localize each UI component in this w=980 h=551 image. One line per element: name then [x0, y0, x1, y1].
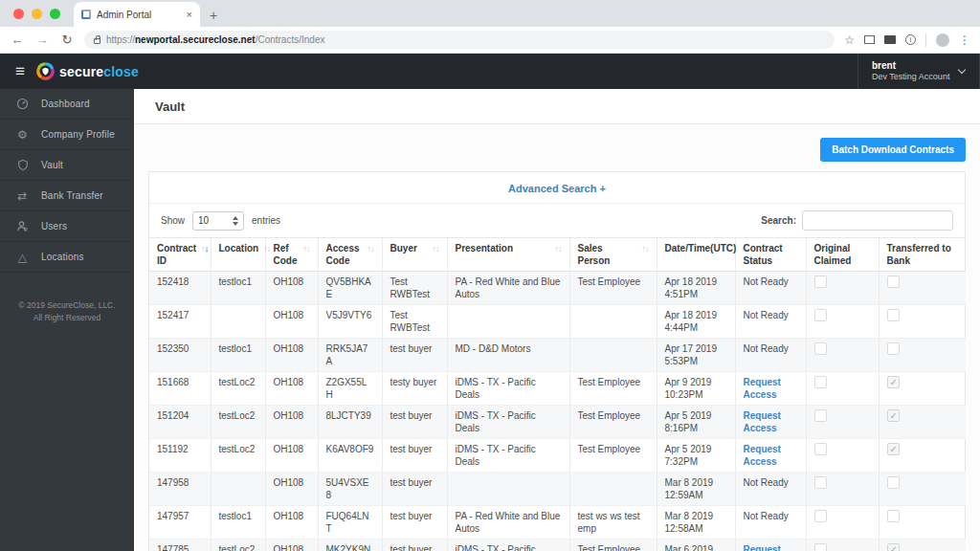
- maximize-window-button[interactable]: [50, 9, 60, 19]
- sidebar-item-locations[interactable]: △ Locations: [0, 242, 134, 273]
- browser-tab[interactable]: Admin Portal ×: [74, 2, 200, 27]
- contract-status[interactable]: Request Access: [744, 410, 781, 433]
- app-header: ≡ secureclose brent Dev Testing Account: [0, 54, 980, 89]
- cell-contract-status: Not Ready: [735, 305, 806, 339]
- table-row: 147957 testloc1 OH108 FUQ64LNT test buye…: [149, 506, 966, 540]
- contract-status[interactable]: Not Ready: [744, 511, 789, 521]
- browser-toolbar: ← → ↻ https://newportal.secureclose.net/…: [0, 27, 980, 54]
- transferred-to-bank-checkbox[interactable]: [887, 543, 900, 551]
- contract-status[interactable]: Not Ready: [744, 477, 789, 488]
- extension-screen-icon[interactable]: [884, 35, 896, 44]
- cell-datetime: Apr 5 2019 7:32PM: [657, 439, 735, 473]
- page-title-bar: Vault: [134, 89, 980, 124]
- browser-menu-icon[interactable]: ⋮: [959, 33, 970, 47]
- contract-status[interactable]: Request Access: [744, 377, 781, 400]
- sidebar-item-vault[interactable]: Vault: [0, 150, 134, 181]
- column-header-buyer[interactable]: Buyer↑↓: [382, 238, 447, 272]
- cell-contract-status: Request Access: [735, 372, 806, 406]
- sidebar-item-company-profile[interactable]: ⚙ Company Profile: [0, 120, 134, 150]
- cell-datetime: Apr 18 2019 4:44PM: [657, 305, 735, 339]
- transferred-to-bank-checkbox[interactable]: [887, 309, 900, 321]
- cell-presentation: PA - Red White and Blue Autos: [447, 272, 569, 305]
- extension-frame-icon[interactable]: [864, 35, 875, 44]
- lock-icon: [94, 38, 100, 44]
- original-claimed-checkbox[interactable]: [814, 342, 827, 355]
- transferred-to-bank-checkbox[interactable]: [887, 443, 900, 455]
- cell-sales-person: [569, 339, 657, 372]
- cell-location: testloc1: [211, 272, 265, 305]
- original-claimed-checkbox[interactable]: [814, 409, 827, 422]
- cell-transferred-to-bank: [879, 406, 966, 439]
- batch-download-contracts-button[interactable]: Batch Download Contracts: [820, 138, 966, 162]
- column-header-datetime[interactable]: Date/Time(UTC)↑↓: [657, 238, 735, 272]
- sidebar-item-dashboard[interactable]: Dashboard: [0, 89, 134, 120]
- back-icon[interactable]: ←: [10, 33, 25, 47]
- transferred-to-bank-checkbox[interactable]: [887, 409, 900, 422]
- column-header-ref-code[interactable]: Ref Code↑↓: [265, 238, 318, 272]
- cell-original-claimed: [806, 305, 879, 339]
- original-claimed-checkbox[interactable]: [814, 276, 827, 288]
- table-header-row: Contract ID↑↓ Location↑↓ Ref Code↑↓ Acce…: [149, 238, 966, 272]
- column-header-access-code[interactable]: Access Code↑↓: [318, 238, 382, 272]
- cell-ref-code: OH108: [265, 305, 318, 339]
- column-header-presentation[interactable]: Presentation↑↓: [447, 238, 569, 272]
- forward-icon[interactable]: →: [34, 33, 50, 47]
- tab-close-icon[interactable]: ×: [187, 9, 192, 20]
- column-header-contract-id[interactable]: Contract ID↑↓: [149, 238, 211, 272]
- cell-location: testLoc2: [211, 540, 265, 551]
- contract-status[interactable]: Not Ready: [744, 276, 789, 287]
- search-input[interactable]: [802, 210, 953, 231]
- advanced-search-toggle[interactable]: Advanced Search +: [149, 172, 965, 204]
- cell-contract-status: Not Ready: [735, 506, 806, 540]
- sidebar-item-users[interactable]: Users: [0, 211, 134, 242]
- cell-buyer: test buyer: [382, 406, 447, 439]
- cell-sales-person: [569, 305, 657, 339]
- transferred-to-bank-checkbox[interactable]: [887, 376, 900, 388]
- transferred-to-bank-checkbox[interactable]: [887, 510, 900, 522]
- profile-avatar[interactable]: [936, 33, 949, 47]
- address-bar[interactable]: https://newportal.secureclose.net/Contra…: [84, 31, 835, 49]
- sidebar-item-bank-transfer[interactable]: ⇄ Bank Transfer: [0, 181, 134, 211]
- contract-status[interactable]: Request Access: [744, 544, 781, 551]
- user-account-menu[interactable]: brent Dev Testing Account: [858, 54, 980, 89]
- cell-datetime: Apr 18 2019 4:51PM: [657, 272, 735, 305]
- transferred-to-bank-checkbox[interactable]: [887, 276, 900, 288]
- hamburger-menu-icon[interactable]: ≡: [0, 62, 36, 81]
- column-header-location[interactable]: Location↑↓: [211, 238, 265, 272]
- contract-status[interactable]: Not Ready: [744, 343, 789, 354]
- cell-original-claimed: [806, 473, 879, 506]
- new-tab-button[interactable]: +: [210, 8, 217, 23]
- contract-status[interactable]: Request Access: [744, 444, 781, 467]
- reload-icon[interactable]: ↻: [59, 33, 75, 47]
- original-claimed-checkbox[interactable]: [814, 376, 827, 388]
- original-claimed-checkbox[interactable]: [814, 543, 827, 551]
- cell-transferred-to-bank: [879, 540, 966, 551]
- original-claimed-checkbox[interactable]: [814, 309, 827, 321]
- minimize-window-button[interactable]: [32, 9, 42, 19]
- bookmark-star-icon[interactable]: ☆: [844, 33, 855, 47]
- original-claimed-checkbox[interactable]: [814, 443, 827, 455]
- transferred-to-bank-checkbox[interactable]: [887, 476, 900, 489]
- close-window-button[interactable]: [13, 9, 24, 19]
- info-icon[interactable]: i: [905, 34, 916, 45]
- table-row: 152418 testloc1 OH108 QV5BHKAE Test RWBT…: [149, 272, 966, 305]
- cell-ref-code: OH108: [265, 339, 318, 372]
- cell-location: testLoc2: [211, 372, 265, 406]
- window-controls[interactable]: [0, 0, 74, 27]
- original-claimed-checkbox[interactable]: [814, 510, 827, 522]
- cell-ref-code: OH108: [265, 540, 318, 551]
- table-row: 152417 OH108 V5J9VTY6 Test RWBTest Apr 1…: [149, 305, 966, 339]
- cell-buyer: test buyer: [382, 339, 447, 372]
- transferred-to-bank-checkbox[interactable]: [887, 342, 900, 355]
- contract-status[interactable]: Not Ready: [744, 310, 789, 320]
- cell-location: testloc1: [211, 506, 265, 540]
- gear-icon: ⚙: [15, 128, 30, 142]
- column-header-transferred-to-bank: Transferred to Bank: [879, 238, 966, 272]
- original-claimed-checkbox[interactable]: [814, 476, 827, 489]
- site-favicon-icon: [81, 10, 91, 19]
- cell-datetime: Apr 17 2019 5:53PM: [657, 339, 735, 372]
- entries-select[interactable]: 10: [192, 211, 244, 231]
- table-row: 151192 testLoc2 OH108 K6AV8OF9 test buye…: [149, 439, 966, 473]
- column-header-sales-person[interactable]: Sales Person↑↓: [569, 238, 657, 272]
- cell-presentation: MD - D&D Motors: [447, 339, 569, 372]
